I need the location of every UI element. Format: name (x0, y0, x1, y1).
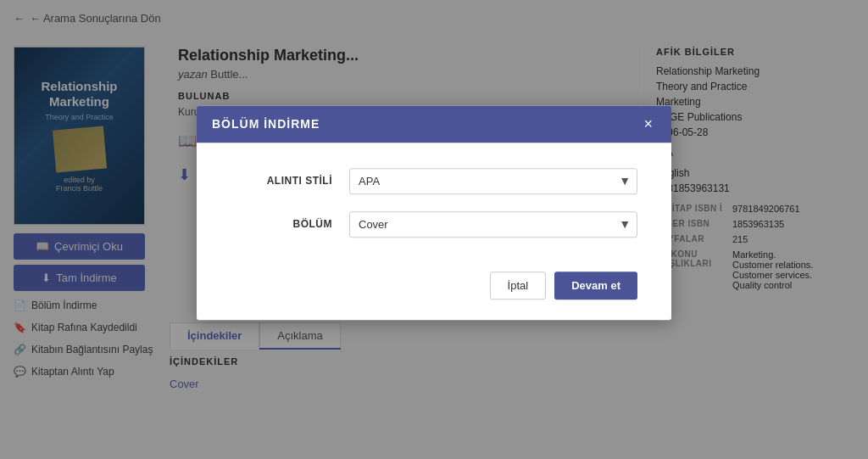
chapter-label: BÖLÜM (231, 218, 332, 230)
chapter-row: BÖLÜM Cover Chapter 1 Chapter 2 Chapter … (231, 211, 637, 238)
chapter-select[interactable]: Cover Chapter 1 Chapter 2 Chapter 3 (349, 211, 637, 238)
modal-body: ALINTI STİLİ APA MLA Chicago Harvard ▼ B… (197, 143, 671, 271)
modal-close-button[interactable]: × (640, 116, 656, 132)
continue-button[interactable]: Devam et (554, 271, 637, 299)
modal-footer: İptal Devam et (197, 271, 671, 320)
chapter-download-modal: BÖLÜM İNDİRME × ALINTI STİLİ APA MLA Chi… (197, 105, 671, 320)
modal-header: BÖLÜM İNDİRME × (197, 105, 671, 143)
chapter-select-wrapper: Cover Chapter 1 Chapter 2 Chapter 3 ▼ (349, 211, 637, 238)
cancel-button[interactable]: İptal (490, 271, 547, 299)
citation-select-wrapper: APA MLA Chicago Harvard ▼ (349, 168, 637, 194)
citation-style-select[interactable]: APA MLA Chicago Harvard (349, 168, 637, 194)
citation-style-label: ALINTI STİLİ (231, 175, 332, 187)
modal-title: BÖLÜM İNDİRME (212, 117, 320, 131)
citation-style-row: ALINTI STİLİ APA MLA Chicago Harvard ▼ (231, 168, 637, 194)
